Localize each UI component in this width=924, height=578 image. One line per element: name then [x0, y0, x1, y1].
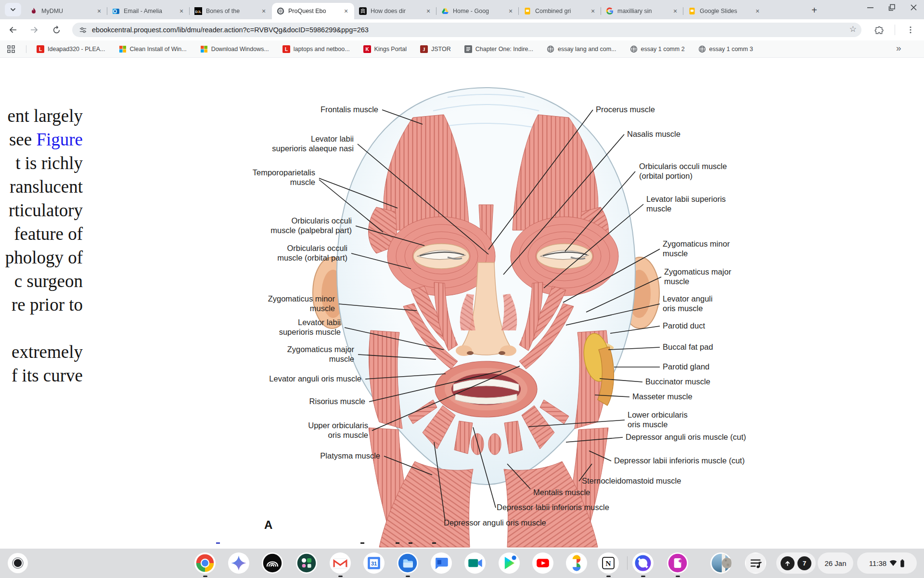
bookmark-item-4[interactable]: Llaptops and netboo... [282, 45, 350, 53]
new-tab-button[interactable]: + [808, 4, 821, 17]
back-button[interactable] [5, 22, 21, 38]
figure-link[interactable]: Figure [36, 130, 83, 149]
bookmark-label: laptops and netboo... [294, 46, 350, 53]
app-grid-green-app-button[interactable] [296, 552, 317, 574]
bookmark-item-7[interactable]: Chapter One: Indire... [464, 45, 533, 53]
tab-7[interactable]: Combined gri× [519, 3, 601, 19]
chat-app-button[interactable] [431, 552, 452, 574]
playlist-app-button[interactable] [745, 552, 766, 574]
bookmark-item-3[interactable]: Download Windows... [200, 45, 269, 53]
reload-button[interactable] [48, 22, 64, 38]
time-text: 11:38 [869, 559, 886, 567]
battery-icon [900, 559, 905, 567]
notification-count-badge[interactable]: 7 [797, 556, 811, 570]
tab-6[interactable]: Home - Goog× [436, 3, 519, 19]
youtube-app-button[interactable] [532, 552, 553, 574]
copilot-icon [632, 552, 654, 574]
extensions-button[interactable] [871, 22, 887, 38]
google-g-icon [606, 7, 614, 15]
bookmark-item-2[interactable]: Clean Install of Win... [119, 45, 187, 53]
bookmark-item-9[interactable]: essay 1 comm 2 [630, 45, 685, 53]
tab-close-icon[interactable]: × [259, 7, 268, 15]
notion-icon: N [598, 552, 619, 574]
apps-grid-button[interactable] [7, 45, 15, 55]
tab-close-icon[interactable]: × [506, 7, 515, 15]
tab-close-icon[interactable]: × [671, 7, 680, 15]
page-text-line: extremely [12, 342, 83, 362]
diagram-label-l-12: Masseter muscle [632, 392, 693, 402]
tab-4[interactable]: ProQuest Ebo× [272, 3, 354, 19]
meet-app-button[interactable] [464, 552, 486, 574]
bookmark-label: Kings Portal [374, 46, 407, 53]
photos-app-button[interactable] [566, 552, 587, 574]
bookmark-star-icon[interactable]: ☆ [849, 24, 857, 34]
windows-icon [200, 45, 208, 53]
notifications-pill[interactable]: 7 [776, 552, 816, 574]
gmail-app-button[interactable] [330, 552, 351, 574]
bookmark-item-8[interactable]: essay lang and com... [547, 45, 616, 53]
tab-9[interactable]: Google Slides× [683, 3, 766, 19]
playlist-icon [745, 552, 766, 574]
audio-arcs-app-button[interactable] [262, 552, 283, 574]
tab-close-icon[interactable]: × [589, 7, 597, 15]
url-text[interactable]: ebookcentral.proquest.com/lib/dmu/reader… [92, 26, 369, 34]
minimize-icon[interactable] [867, 4, 874, 11]
forward-button[interactable] [26, 22, 42, 38]
tab-search-button[interactable] [5, 3, 21, 16]
copilot-app-button[interactable] [632, 552, 654, 574]
play-store-icon [499, 552, 520, 574]
update-icon[interactable] [781, 556, 795, 570]
apps-grid-icon [7, 45, 15, 53]
gallery-sparkle-app-button[interactable] [667, 552, 688, 574]
diagram-label-r-9: Levator anguli oris muscle [269, 374, 361, 384]
tab-close-icon[interactable]: × [342, 7, 350, 15]
calendar-app-button[interactable]: 31 [363, 552, 385, 574]
caption-fragment-mark [360, 542, 364, 544]
chat-icon [431, 552, 452, 574]
running-app-indicator [606, 576, 611, 577]
play-store-app-button[interactable] [499, 552, 520, 574]
bookmarks-overflow-button[interactable]: » [896, 43, 901, 53]
bookmark-item-6[interactable]: JJSTOR [420, 45, 451, 53]
diagram-label-l-4: Levator labii superioris muscle [646, 195, 726, 214]
launcher-icon [12, 557, 24, 569]
chrome-app-button[interactable] [194, 552, 216, 574]
meet-icon [464, 552, 486, 574]
page-text-line: ranslucent [10, 176, 83, 197]
svg-text:31: 31 [371, 561, 377, 566]
audio-arcs-icon [262, 552, 283, 574]
close-icon[interactable] [910, 4, 917, 11]
status-tray[interactable]: 11:38 [857, 552, 917, 574]
tab-2[interactable]: Email - Amelia× [107, 3, 190, 19]
diagram-label-l-5: Zygomaticus minor muscle [663, 239, 730, 259]
site-settings-icon[interactable] [79, 26, 87, 34]
tab-close-icon[interactable]: × [424, 7, 433, 15]
tab-close-icon[interactable]: × [177, 7, 186, 15]
tab-5[interactable]: How does dir× [354, 3, 436, 19]
bookmark-item-5[interactable]: KKings Portal [363, 45, 407, 53]
tab-1[interactable]: MyDMU× [25, 3, 107, 19]
tab-close-icon[interactable]: × [95, 7, 103, 15]
tab-3[interactable]: D2LBones of the× [190, 3, 272, 19]
screenshot-thumbnail-app-button[interactable] [710, 552, 732, 574]
browser-menu-button[interactable] [902, 22, 919, 38]
gallery-sparkle-icon [667, 552, 688, 574]
address-bar[interactable]: ebookcentral.proquest.com/lib/dmu/reader… [72, 23, 861, 37]
bookmark-item-10[interactable]: essay 1 comm 3 [698, 45, 753, 53]
diagram-label-r-8: Zygomaticus major muscle [287, 345, 354, 364]
google-drive-icon [441, 7, 449, 15]
diagram-label-r-1: Frontalis muscle [321, 105, 378, 115]
page-text-line: re prior to [12, 294, 83, 315]
gemini-app-button[interactable] [228, 552, 249, 574]
bookmark-item-1[interactable]: LIdeapad320 - PLEA... [37, 45, 105, 53]
notion-app-button[interactable]: N [598, 552, 619, 574]
files-app-button[interactable] [397, 552, 418, 574]
tab-close-icon[interactable]: × [753, 7, 762, 15]
launcher-button[interactable] [8, 553, 28, 573]
restore-icon[interactable] [888, 4, 896, 11]
tab-title: ProQuest Ebo [288, 8, 342, 14]
tab-8[interactable]: maxilliary sin× [601, 3, 683, 19]
photos-icon [566, 552, 587, 574]
globe-icon [547, 45, 554, 53]
date-pill[interactable]: 26 Jan [818, 552, 853, 574]
